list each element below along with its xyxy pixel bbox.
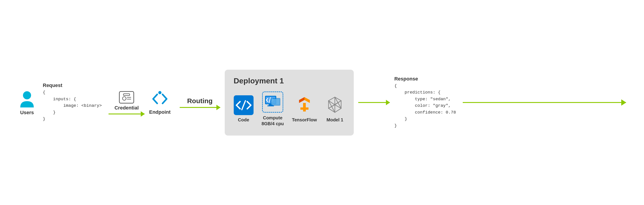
first-arrow <box>108 114 144 114</box>
code-icon <box>234 95 254 115</box>
final-arrow <box>463 102 626 103</box>
users-section: Users <box>18 89 36 116</box>
request-code: { inputs: { image: <binary> } } <box>43 89 102 122</box>
routing-arrow <box>180 107 220 108</box>
routing-label: Routing <box>187 97 212 105</box>
svg-point-3 <box>122 97 126 100</box>
svg-rect-19 <box>303 103 306 112</box>
users-label: Users <box>20 110 34 116</box>
deployment-title: Deployment 1 <box>234 76 345 85</box>
svg-rect-1 <box>119 91 134 103</box>
deployment-box: Deployment 1 Code <box>225 70 354 136</box>
model-icon <box>325 95 345 115</box>
code-label: Code <box>238 117 249 123</box>
svg-point-6 <box>158 91 162 94</box>
endpoint-section: Endpoint <box>149 90 170 115</box>
request-label: Request <box>43 82 102 88</box>
tensorflow-icon <box>294 95 314 115</box>
compute-label: Compute8GB/4 cpu <box>262 115 284 127</box>
svg-marker-17 <box>304 97 310 103</box>
diagram-container: Users Request { inputs: { image: <binary… <box>0 0 644 205</box>
svg-rect-2 <box>124 94 130 96</box>
credential-icon <box>118 91 135 104</box>
svg-marker-18 <box>299 97 304 103</box>
compute-dashed-border <box>262 91 283 113</box>
response-block: Response { predictions: { type: "sedan",… <box>394 76 456 129</box>
routing-arrow-group: Routing <box>180 97 220 108</box>
credential-section: Credential <box>114 91 139 111</box>
post-deployment-arrow <box>358 102 390 103</box>
model-label: Model 1 <box>326 117 343 123</box>
svg-rect-15 <box>271 99 280 105</box>
deployment-item-model: Model 1 <box>325 95 345 123</box>
request-block: Request { inputs: { image: <binary> } } <box>43 82 102 122</box>
deployment-item-tensorflow: TensorFlow <box>292 95 317 123</box>
flow-row: Users Request { inputs: { image: <binary… <box>0 70 644 136</box>
endpoint-label: Endpoint <box>149 109 170 115</box>
credential-arrow-group: Credential <box>108 91 144 114</box>
compute-icon <box>264 93 281 111</box>
svg-point-0 <box>23 91 31 99</box>
tensorflow-label: TensorFlow <box>292 117 317 123</box>
svg-rect-21 <box>306 107 308 110</box>
deployment-item-compute: Compute8GB/4 cpu <box>262 91 284 127</box>
response-label: Response <box>394 76 456 82</box>
response-code: { predictions: { type: "sedan", color: "… <box>394 83 456 129</box>
credential-label: Credential <box>114 105 139 111</box>
svg-rect-20 <box>300 107 303 110</box>
endpoint-icon <box>151 90 169 108</box>
users-icon <box>18 89 36 110</box>
deployment-items: Code <box>234 91 345 127</box>
deployment-item-code: Code <box>234 95 254 123</box>
